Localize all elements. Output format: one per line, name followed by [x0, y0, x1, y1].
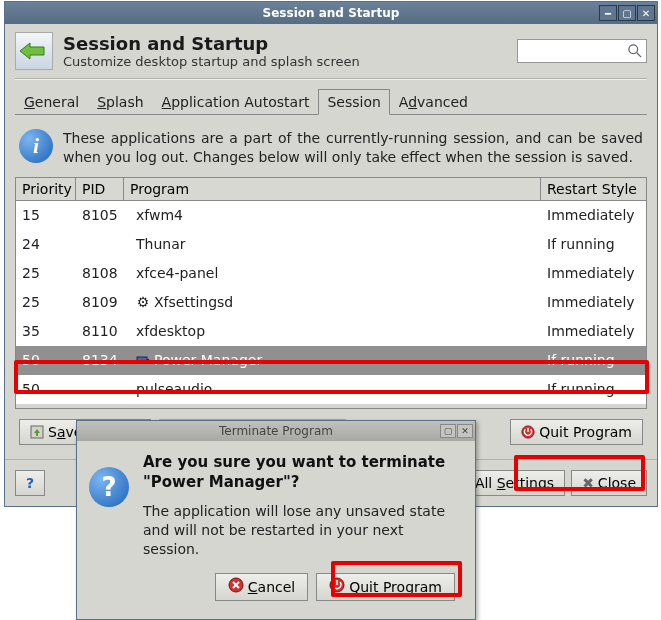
search-input[interactable] [517, 39, 647, 63]
cell-restart: Immediately [541, 323, 646, 339]
cell-restart: Immediately [541, 294, 646, 310]
svg-marker-0 [20, 43, 44, 59]
tab-splash[interactable]: Splash [88, 89, 152, 115]
svg-point-1 [629, 45, 638, 54]
cell-priority: 50 [16, 352, 76, 368]
table-row[interactable]: 24ThunarIf running [16, 230, 646, 259]
cell-pid: 8108 [76, 265, 124, 281]
cell-restart: If running [541, 236, 646, 252]
tab-general[interactable]: General [15, 89, 88, 115]
cancel-icon [228, 577, 244, 596]
table-row[interactable]: 508134Power ManagerIf running [16, 346, 646, 375]
cell-program: xfce4-panel [124, 265, 541, 281]
cell-pid: 8110 [76, 323, 124, 339]
col-pid[interactable]: PID [76, 178, 124, 200]
cell-program: Power Manager [124, 352, 541, 368]
info-text: These applications are a part of the cur… [63, 129, 643, 167]
table-row[interactable]: 258108xfce4-panelImmediately [16, 259, 646, 288]
cell-restart: If running [541, 381, 646, 397]
page-title: Session and Startup [63, 33, 360, 54]
window-title: Session and Startup [263, 6, 400, 20]
cell-priority: 35 [16, 323, 76, 339]
col-restart[interactable]: Restart Style [541, 178, 646, 200]
cell-program: ⚙Xfsettingsd [124, 294, 541, 310]
dialog-heading: Are you sure you want to terminate "Powe… [143, 453, 463, 492]
cell-priority: 15 [16, 207, 76, 223]
page-subtitle: Customize desktop startup and splash scr… [63, 54, 360, 69]
quit-program-button[interactable]: Quit Program [510, 419, 643, 445]
cell-restart: If running [541, 352, 646, 368]
table-row[interactable]: 158105xfwm4Immediately [16, 201, 646, 230]
dialog-titlebar[interactable]: Terminate Program ▢ ✕ [77, 421, 475, 441]
svg-line-2 [637, 53, 641, 57]
close-window-button[interactable]: ✕ [637, 5, 655, 21]
gear-icon: ⚙ [136, 295, 150, 309]
cell-pid: 8105 [76, 207, 124, 223]
cell-program: xfdesktop [124, 323, 541, 339]
save-icon [30, 425, 44, 439]
cell-restart: Immediately [541, 207, 646, 223]
question-icon: ? [89, 467, 129, 507]
close-button[interactable]: ✖ Close [571, 470, 647, 496]
tab-advanced[interactable]: Advanced [390, 89, 477, 115]
dialog-quit-label: Quit Program [349, 579, 442, 595]
col-priority[interactable]: Priority [16, 178, 76, 200]
cell-program: xfwm4 [124, 207, 541, 223]
power-icon [521, 425, 535, 439]
terminate-dialog: Terminate Program ▢ ✕ ? Are you sure you… [76, 420, 476, 620]
close-icon: ✖ [582, 475, 594, 491]
dialog-power-icon [329, 577, 345, 596]
info-icon: i [19, 129, 53, 163]
maximize-button[interactable]: ▢ [618, 5, 636, 21]
titlebar[interactable]: Session and Startup ━ ▢ ✕ [5, 2, 657, 24]
svg-rect-4 [147, 359, 149, 361]
cell-program: Thunar [124, 236, 541, 252]
help-icon: ? [26, 475, 34, 491]
dialog-close-button[interactable]: ✕ [457, 424, 473, 438]
dialog-quit-button[interactable]: Quit Program [316, 573, 455, 601]
cell-priority: 25 [16, 265, 76, 281]
col-program[interactable]: Program [124, 178, 541, 200]
battery-icon [136, 353, 150, 367]
cancel-label: Cancel [248, 579, 295, 595]
table-row[interactable]: 258109⚙XfsettingsdImmediately [16, 288, 646, 317]
tab-session[interactable]: Session [318, 89, 389, 115]
tab-autostart[interactable]: Application Autostart [153, 89, 319, 115]
cell-restart: Immediately [541, 265, 646, 281]
search-icon [628, 44, 642, 58]
cell-program: pulseaudio [124, 381, 541, 397]
dialog-title: Terminate Program [219, 424, 333, 438]
cell-pid: 8134 [76, 352, 124, 368]
svg-rect-3 [137, 357, 147, 363]
app-icon [15, 32, 53, 70]
help-button[interactable]: ? [15, 470, 45, 496]
cell-priority: 25 [16, 294, 76, 310]
all-settings-label: All Settings [475, 475, 554, 491]
table-row[interactable]: 50pulseaudioIf running [16, 375, 646, 404]
quit-program-label: Quit Program [539, 424, 632, 440]
dialog-message: The application will lose any unsaved st… [143, 502, 463, 559]
cell-priority: 50 [16, 381, 76, 397]
cell-pid: 8109 [76, 294, 124, 310]
close-label: Close [598, 475, 636, 491]
table-row[interactable]: 358110xfdesktopImmediately [16, 317, 646, 346]
session-table: Priority PID Program Restart Style 15810… [15, 177, 647, 409]
dialog-maximize-button[interactable]: ▢ [440, 424, 456, 438]
cancel-button[interactable]: Cancel [215, 573, 308, 601]
minimize-button[interactable]: ━ [599, 5, 617, 21]
cell-priority: 24 [16, 236, 76, 252]
tab-bar: General Splash Application Autostart Ses… [15, 88, 647, 115]
